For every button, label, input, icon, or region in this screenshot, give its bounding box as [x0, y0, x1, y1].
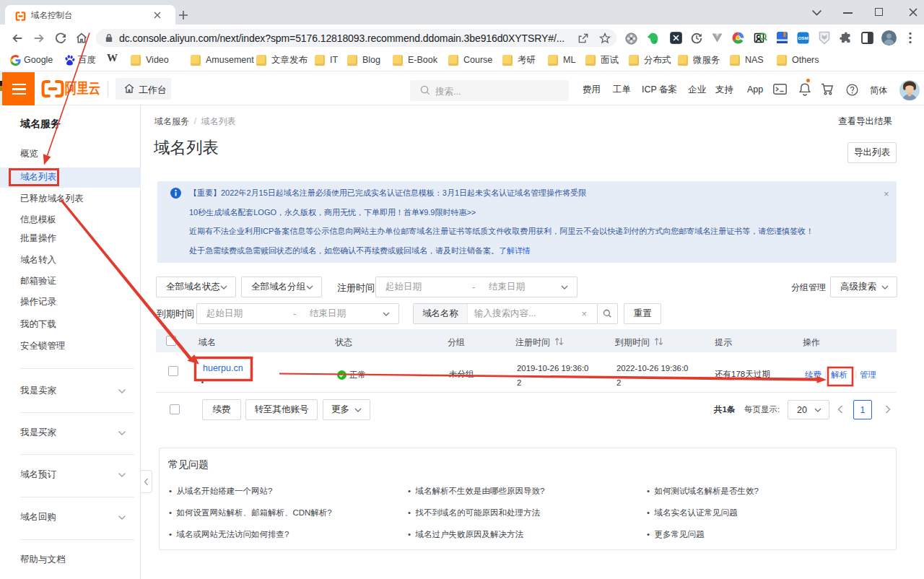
svg-text:OSM: OSM [798, 35, 808, 40]
